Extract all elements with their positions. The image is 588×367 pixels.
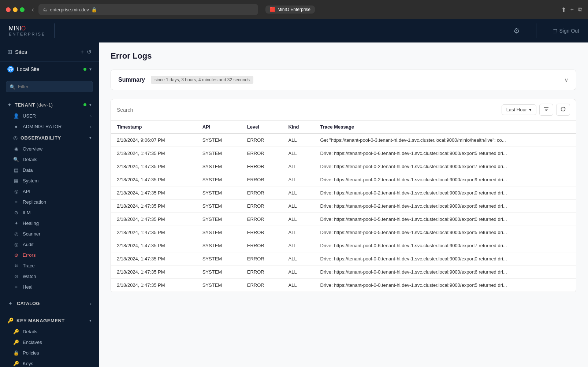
new-tab-icon[interactable]: + bbox=[570, 6, 574, 13]
nav-item-system[interactable]: ▦ System bbox=[0, 175, 99, 186]
table-row[interactable]: 2/18/2024, 1:47:35 PM SYSTEM ERROR ALL D… bbox=[111, 200, 576, 213]
nav-item-overview[interactable]: ◉ Overview bbox=[0, 144, 99, 154]
table-row[interactable]: 2/18/2024, 1:47:35 PM SYSTEM ERROR ALL D… bbox=[111, 160, 576, 173]
cell-timestamp: 2/18/2024, 1:47:35 PM bbox=[111, 213, 197, 226]
windows-icon[interactable]: ⧉ bbox=[578, 6, 582, 13]
close-button[interactable] bbox=[6, 7, 11, 12]
settings-button[interactable]: ⚙ bbox=[513, 26, 520, 35]
cell-timestamp: 2/18/2024, 1:47:35 PM bbox=[111, 252, 197, 266]
nav-item-keys[interactable]: 🔑 Keys bbox=[0, 358, 99, 367]
ilm-icon: ⊙ bbox=[13, 210, 19, 215]
cell-trace: Drive: https://tenant-pool-0-0.tenant-hl… bbox=[315, 266, 576, 279]
cell-level: ERROR bbox=[241, 279, 283, 292]
back-button[interactable]: ‹ bbox=[32, 6, 34, 14]
data-icon: ▤ bbox=[13, 167, 19, 173]
logs-table: Timestamp API Level Kind Trace Message 2… bbox=[111, 121, 576, 292]
filter-input[interactable] bbox=[6, 81, 93, 92]
cell-api: SYSTEM bbox=[197, 200, 241, 213]
table-row[interactable]: 2/18/2024, 1:47:35 PM SYSTEM ERROR ALL D… bbox=[111, 266, 576, 279]
cell-timestamp: 2/18/2024, 1:47:35 PM bbox=[111, 266, 197, 279]
content-area: Error Logs Summary since 1 days, 3 hours… bbox=[99, 42, 588, 367]
nav-item-api[interactable]: ◎ API bbox=[0, 186, 99, 197]
observability-section-header[interactable]: ◎ OBSERVABILITY ▾ bbox=[0, 132, 99, 144]
admin-icon: ● bbox=[13, 124, 19, 129]
table-row[interactable]: 2/18/2024, 1:47:35 PM SYSTEM ERROR ALL D… bbox=[111, 226, 576, 239]
nav-item-catalog[interactable]: ✦ CATALOG › bbox=[0, 298, 99, 309]
cell-api: SYSTEM bbox=[197, 239, 241, 252]
nav-item-heal[interactable]: ≡ Heal bbox=[0, 282, 99, 292]
logs-tbody: 2/18/2024, 9:06:07 PM SYSTEM ERROR ALL G… bbox=[111, 134, 576, 292]
nav-item-healing[interactable]: ✦ Healing bbox=[0, 218, 99, 229]
nav-item-enclaves[interactable]: 🔑 Enclaves bbox=[0, 337, 99, 348]
cell-trace: Drive: https://tenant-pool-0-2.tenant-hl… bbox=[315, 173, 576, 186]
key-management-header[interactable]: 🔑 KEY MANAGEMENT ▾ bbox=[0, 315, 99, 326]
tenant-section-header[interactable]: ✦ TENANT (dev-1) ▾ bbox=[0, 99, 99, 111]
table-row[interactable]: 2/18/2024, 1:47:35 PM SYSTEM ERROR ALL D… bbox=[111, 173, 576, 186]
refresh-button[interactable] bbox=[556, 104, 570, 116]
logo: MINIO ENTERPRISE bbox=[9, 25, 45, 36]
nav-item-details[interactable]: 🔍 Details bbox=[0, 154, 99, 165]
minimize-button[interactable] bbox=[13, 7, 18, 12]
cell-api: SYSTEM bbox=[197, 213, 241, 226]
site-selector[interactable]: Local Site ▾ bbox=[0, 62, 99, 77]
cell-timestamp: 2/18/2024, 1:47:35 PM bbox=[111, 147, 197, 160]
table-row[interactable]: 2/18/2024, 9:06:07 PM SYSTEM ERROR ALL G… bbox=[111, 134, 576, 147]
tenant-arrow: ▾ bbox=[89, 103, 92, 107]
tenant-section: ✦ TENANT (dev-1) ▾ 👤 USER › ● ADMINISTRA… bbox=[0, 96, 99, 295]
nav-item-user[interactable]: 👤 USER › bbox=[0, 111, 99, 121]
filter-options-button[interactable] bbox=[539, 104, 553, 116]
nav-item-errors[interactable]: ⊘ Errors bbox=[0, 250, 99, 260]
cell-api: SYSTEM bbox=[197, 266, 241, 279]
browser-tab[interactable]: 🟥 MinIO Enterprise bbox=[265, 5, 315, 14]
sign-out-icon: ⬚ bbox=[552, 28, 557, 34]
table-row[interactable]: 2/18/2024, 1:47:35 PM SYSTEM ERROR ALL D… bbox=[111, 147, 576, 160]
cell-timestamp: 2/18/2024, 1:47:35 PM bbox=[111, 226, 197, 239]
address-bar[interactable]: 🗂 enterprise.min.dev 🔒 bbox=[38, 4, 258, 15]
sign-out-button[interactable]: ⬚ Sign Out bbox=[552, 28, 579, 34]
table-row[interactable]: 2/18/2024, 1:47:35 PM SYSTEM ERROR ALL D… bbox=[111, 213, 576, 226]
admin-arrow: › bbox=[90, 125, 92, 129]
table-row[interactable]: 2/18/2024, 1:47:35 PM SYSTEM ERROR ALL D… bbox=[111, 239, 576, 252]
nav-item-ilm[interactable]: ⊙ ILM bbox=[0, 207, 99, 218]
nav-item-data[interactable]: ▤ Data bbox=[0, 165, 99, 175]
maximize-button[interactable] bbox=[20, 7, 25, 12]
nav-item-watch[interactable]: ⊙ Watch bbox=[0, 271, 99, 282]
admin-label: ADMINISTRATOR bbox=[23, 124, 62, 129]
summary-title: Summary bbox=[118, 77, 145, 83]
audit-label: Audit bbox=[23, 242, 34, 247]
table-row[interactable]: 2/18/2024, 1:47:35 PM SYSTEM ERROR ALL D… bbox=[111, 279, 576, 292]
nav-item-km-details[interactable]: 🔑 Details bbox=[0, 326, 99, 337]
system-label: System bbox=[23, 178, 38, 184]
refresh-sites-button[interactable]: ↺ bbox=[87, 48, 92, 55]
nav-item-admin[interactable]: ● ADMINISTRATOR › bbox=[0, 121, 99, 132]
heal-label: Heal bbox=[23, 284, 33, 290]
content-inner: Error Logs Summary since 1 days, 3 hours… bbox=[99, 42, 588, 301]
time-filter-button[interactable]: Last Hour ▾ bbox=[502, 104, 536, 115]
nav-item-audit[interactable]: ◎ Audit bbox=[0, 239, 99, 250]
search-input[interactable] bbox=[117, 107, 499, 113]
summary-header[interactable]: Summary since 1 days, 3 hours, 4 minutes… bbox=[111, 70, 576, 90]
share-icon[interactable]: ⬆ bbox=[561, 6, 566, 13]
table-row[interactable]: 2/18/2024, 1:47:35 PM SYSTEM ERROR ALL D… bbox=[111, 186, 576, 200]
logo-enterprise: ENTERPRISE bbox=[9, 32, 45, 36]
nav-item-scanner[interactable]: ◎ Scanner bbox=[0, 229, 99, 239]
nav-item-replication[interactable]: ≡ Replication bbox=[0, 197, 99, 207]
nav-item-trace[interactable]: ≋ Trace bbox=[0, 260, 99, 271]
add-site-button[interactable]: + bbox=[81, 48, 84, 55]
sidebar-title: Sites bbox=[15, 49, 78, 55]
cell-timestamp: 2/18/2024, 1:47:35 PM bbox=[111, 186, 197, 200]
filter-wrapper: 🔍 bbox=[6, 81, 93, 92]
errors-label: Errors bbox=[23, 252, 36, 258]
filter-icon bbox=[543, 106, 549, 112]
table-row[interactable]: 2/18/2024, 1:47:35 PM SYSTEM ERROR ALL D… bbox=[111, 252, 576, 266]
filter-container: 🔍 bbox=[0, 77, 99, 96]
audit-icon: ◎ bbox=[13, 242, 19, 247]
cell-level: ERROR bbox=[241, 252, 283, 266]
cell-timestamp: 2/18/2024, 9:06:07 PM bbox=[111, 134, 197, 147]
trace-label: Trace bbox=[23, 263, 35, 268]
cell-kind: ALL bbox=[283, 279, 315, 292]
nav-item-policies[interactable]: 🔒 Policies bbox=[0, 348, 99, 358]
watch-icon: ⊙ bbox=[13, 274, 19, 279]
healing-label: Healing bbox=[23, 220, 39, 226]
tab-title: MinIO Enterprise bbox=[278, 7, 310, 12]
